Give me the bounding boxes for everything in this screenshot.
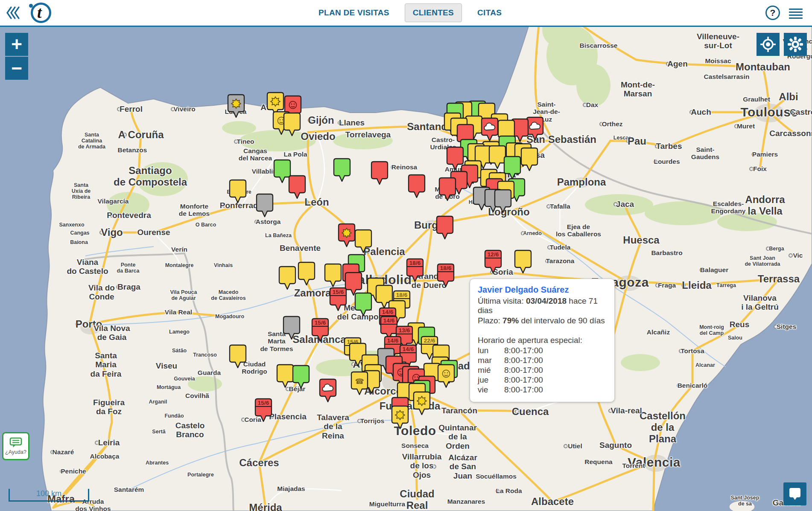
map-marker-red[interactable]: [319, 378, 337, 404]
map-marker-gray[interactable]: [256, 193, 274, 219]
town-dot: [599, 122, 604, 126]
collapse-sidebar-icon[interactable]: [6, 5, 21, 20]
map-marker-red-15/6[interactable]: 15/6: [254, 398, 272, 424]
map-marker-yellow[interactable]: ☎: [351, 371, 368, 397]
map-marker-red[interactable]: [338, 223, 356, 249]
time-range: 8:00-17:00: [504, 366, 543, 375]
map-marker-gray[interactable]: [494, 189, 512, 215]
map-marker-yellow[interactable]: [298, 261, 315, 287]
map-marker-green[interactable]: [292, 365, 310, 391]
map-marker-red-15/6[interactable]: 15/6: [329, 287, 347, 313]
locate-me-button[interactable]: [757, 33, 780, 56]
town-dot: [546, 204, 551, 209]
main-nav: PLAN DE VISITAS CLIENTES CITAS: [316, 0, 504, 26]
map-marker-green[interactable]: [354, 292, 372, 318]
map-marker-yellow[interactable]: [413, 391, 431, 417]
town-dot: [254, 220, 259, 224]
town-dot: [138, 230, 143, 235]
svg-text:15/6: 15/6: [258, 400, 269, 406]
time-range: 8:00-17:00: [504, 356, 543, 365]
opening-hours-row: mié8:00-17:00: [478, 366, 607, 375]
tab-clientes[interactable]: CLIENTES: [405, 3, 462, 22]
map-marker-red[interactable]: [438, 177, 456, 203]
town-dot: [583, 103, 587, 107]
map-marker-yellow[interactable]: [229, 344, 247, 370]
map-canvas[interactable]: FerrolViveiroLuarcaA CoruñaBetanzosSanta…: [0, 27, 812, 511]
town-dot: [222, 203, 226, 208]
map-marker-green[interactable]: [333, 158, 351, 184]
map-marker-yellow[interactable]: [324, 263, 342, 289]
logo-letter: t: [37, 3, 42, 22]
town-dot: [699, 268, 704, 272]
interval-line: Plazo: 79% del intervalo de 90 días: [478, 316, 607, 325]
town-dot: [338, 121, 342, 125]
tab-plan-de-visitas[interactable]: PLAN DE VISITAS: [316, 4, 392, 22]
help-chat-label: ¿Ayuda?: [5, 449, 26, 455]
town-dot: [99, 230, 104, 235]
map-marker-red-18/6[interactable]: 18/6: [437, 263, 455, 289]
map-marker-red[interactable]: [288, 175, 306, 201]
map-marker-yellow[interactable]: [391, 405, 409, 431]
zoom-in-button[interactable]: +: [5, 33, 28, 56]
feedback-button[interactable]: [783, 482, 806, 505]
day-label: mié: [478, 366, 504, 375]
map-marker-red-18/6[interactable]: 18/6: [406, 258, 424, 284]
town-dot: [751, 152, 756, 157]
tab-citas[interactable]: CITAS: [475, 4, 504, 22]
comment-icon: [787, 486, 803, 502]
opening-hours-row: vie8:00-17:00: [478, 385, 607, 395]
town-dot: [563, 180, 567, 184]
help-question-mark: ?: [770, 8, 776, 17]
opening-hours-list: lun8:00-17:00mar8:00-17:00mié8:00-17:00j…: [478, 346, 607, 395]
map-marker-yellow[interactable]: [520, 147, 538, 173]
zoom-out-button[interactable]: −: [5, 57, 28, 80]
scale-text: 100 km: [36, 489, 61, 498]
town-dot: [417, 223, 421, 227]
map-marker-yellow[interactable]: [283, 112, 301, 138]
help-icon[interactable]: ?: [765, 6, 780, 20]
map-marker-red[interactable]: [481, 117, 499, 143]
client-name-link[interactable]: Javier Delgado Suárez: [478, 285, 607, 295]
town-dot: [297, 291, 301, 295]
hamburger-menu-icon[interactable]: [789, 7, 803, 19]
map-marker-red-15/6[interactable]: 15/6: [311, 318, 329, 344]
map-marker-gray[interactable]: [227, 94, 245, 120]
svg-text:15/6: 15/6: [333, 289, 344, 295]
map-marker-red-12/6[interactable]: 12/6: [484, 250, 502, 276]
town-dot: [766, 247, 770, 251]
town-dot: [789, 253, 793, 258]
town-dot: [545, 259, 549, 263]
map-marker-red[interactable]: [371, 161, 388, 187]
map-marker-yellow[interactable]: [229, 179, 247, 205]
town-dot: [653, 160, 657, 164]
map-marker-yellow[interactable]: [514, 250, 532, 276]
map-marker-red[interactable]: [408, 174, 426, 200]
map-marker-yellow[interactable]: [354, 229, 372, 255]
help-chat-button[interactable]: ¿Ayuda?: [2, 432, 29, 460]
chat-bubble-icon: [9, 437, 22, 448]
town-dot: [95, 441, 99, 445]
map-marker-yellow[interactable]: [437, 364, 455, 390]
svg-text:14/6: 14/6: [387, 337, 399, 344]
town-dot: [443, 409, 447, 413]
town-dot: [613, 202, 618, 206]
svg-text:14/6: 14/6: [382, 309, 394, 315]
map-marker-yellow[interactable]: [276, 364, 294, 390]
app-logo[interactable]: t: [31, 3, 51, 23]
settings-button[interactable]: [784, 33, 807, 56]
town-dot: [282, 246, 286, 250]
map-marker-yellow[interactable]: [278, 266, 296, 292]
svg-text:18/6: 18/6: [396, 292, 408, 298]
svg-text:12/6: 12/6: [488, 251, 499, 258]
day-label: mar: [478, 356, 504, 365]
time-range: 8:00-17:00: [504, 375, 543, 385]
town-dot: [564, 444, 568, 448]
opening-hours-row: lun8:00-17:00: [478, 346, 607, 355]
map-marker-gray[interactable]: [283, 316, 301, 342]
map-scale-bar: 100 km: [9, 489, 89, 502]
time-range: 8:00-17:00: [504, 385, 543, 395]
map-marker-red[interactable]: [436, 215, 454, 241]
town-dot: [117, 107, 121, 111]
town-dot: [534, 499, 538, 504]
day-label: jue: [478, 375, 504, 385]
